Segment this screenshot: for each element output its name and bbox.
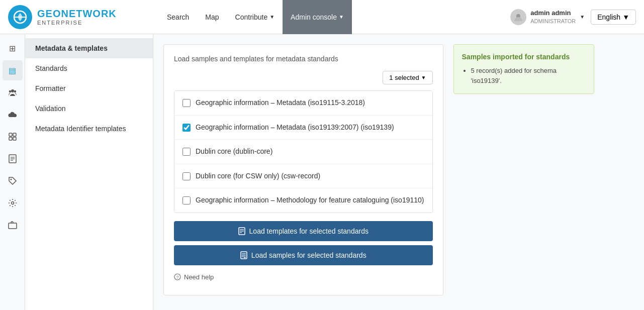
- sidebar-icon-metadata[interactable]: ▤: [3, 60, 23, 80]
- svg-rect-8: [9, 137, 12, 140]
- contribute-caret: ▼: [269, 14, 274, 20]
- standard-label-csw-record: Dublin core (for CSW only) (csw-record): [196, 171, 320, 181]
- checkbox-dublin-core[interactable]: [182, 148, 191, 156]
- nav-contribute[interactable]: Contribute ▼: [227, 0, 283, 34]
- logo-area: GEONETWORK ENTERPRISE: [8, 5, 159, 29]
- selected-caret: ▼: [421, 75, 426, 80]
- user-name-block: admin admin ADMINISTRATOR: [530, 9, 576, 25]
- load-samples-button[interactable]: Load samples for selected standards: [174, 245, 433, 265]
- content-panel: Load samples and templates for metadata …: [163, 44, 443, 295]
- sidebar-icon-briefcase[interactable]: [3, 215, 23, 235]
- header-right: admin admin ADMINISTRATOR ▼ English ▼: [510, 9, 636, 25]
- lang-caret: ▼: [622, 13, 629, 21]
- standard-item-iso19139[interactable]: Geographic information – Metadata (iso19…: [174, 116, 432, 140]
- file-template-icon: [238, 227, 245, 235]
- sidebar-icon-users[interactable]: [3, 82, 23, 102]
- logo-text: GEONETWORK ENTERPRISE: [37, 8, 117, 26]
- admin-caret: ▼: [339, 14, 344, 20]
- svg-rect-7: [13, 133, 16, 136]
- nav-admin-console[interactable]: Admin console ▼: [283, 0, 352, 34]
- nav-search[interactable]: Search: [159, 0, 197, 34]
- help-icon: ?: [174, 273, 181, 280]
- standard-label-iso19139: Geographic information – Metadata (iso19…: [196, 123, 394, 133]
- sidebar-item-metadata-templates[interactable]: Metadata & templates: [25, 38, 153, 58]
- svg-point-14: [10, 179, 12, 180]
- sidebar-icon-settings[interactable]: [3, 193, 23, 213]
- language-selector[interactable]: English ▼: [591, 10, 636, 25]
- right-panel: Samples imported for standards 5 record(…: [453, 44, 594, 295]
- svg-point-3: [11, 89, 14, 92]
- checkbox-iso19110[interactable]: [182, 196, 191, 204]
- file-samples-icon: [240, 251, 247, 259]
- svg-rect-6: [9, 133, 12, 136]
- layout: ⊞ ▤ Metadata & templates Standards Forma…: [0, 34, 644, 310]
- sidebar-icon-dashboard[interactable]: ⊞: [3, 38, 23, 58]
- content-flex: Load samples and templates for metadata …: [163, 44, 634, 295]
- svg-rect-16: [9, 223, 17, 229]
- need-help-button[interactable]: ? Need help: [174, 269, 214, 285]
- sidebar-item-standards[interactable]: Standards: [25, 58, 153, 78]
- standard-label-iso19115: Geographic information – Metadata (iso19…: [196, 98, 365, 108]
- sidebar-icons: ⊞ ▤: [0, 34, 25, 310]
- svg-point-5: [14, 90, 16, 92]
- standard-item-dublin-core[interactable]: Dublin core (dublin-core): [174, 140, 432, 164]
- nav-map[interactable]: Map: [197, 0, 227, 34]
- standard-item-iso19110[interactable]: Geographic information – Methodology for…: [174, 188, 432, 213]
- svg-point-4: [9, 90, 11, 92]
- action-buttons: Load templates for selected standards Lo…: [174, 221, 433, 265]
- panel-title: Load samples and templates for metadata …: [174, 55, 433, 63]
- svg-rect-9: [13, 137, 16, 140]
- standard-label-iso19110: Geographic information – Methodology for…: [196, 195, 424, 205]
- sidebar-nav: Metadata & templates Standards Formatter…: [25, 34, 153, 310]
- main-nav: Search Map Contribute ▼ Admin console ▼: [159, 0, 510, 34]
- info-box: Samples imported for standards 5 record(…: [453, 44, 594, 94]
- info-box-title: Samples imported for standards: [462, 53, 586, 61]
- logo-title: GEONETWORK: [37, 8, 117, 20]
- svg-point-15: [11, 202, 14, 204]
- sidebar-icon-doc[interactable]: [3, 149, 23, 169]
- sidebar-item-metadata-id-templates[interactable]: Metadata Identifier templates: [25, 119, 153, 139]
- header: GEONETWORK ENTERPRISE Search Map Contrib…: [0, 0, 644, 34]
- logo-icon: [8, 5, 32, 29]
- standard-item-iso19115[interactable]: Geographic information – Metadata (iso19…: [174, 91, 432, 116]
- sidebar-icon-puzzle[interactable]: [3, 127, 23, 147]
- selection-header: 1 selected ▼: [174, 71, 433, 84]
- checkbox-iso19115[interactable]: [182, 99, 191, 107]
- user-menu[interactable]: admin admin ADMINISTRATOR ▼: [510, 9, 585, 25]
- sidebar-item-validation[interactable]: Validation: [25, 98, 153, 119]
- checkbox-csw-record[interactable]: [182, 172, 191, 180]
- user-caret-icon: ▼: [580, 14, 585, 20]
- avatar: [510, 9, 526, 25]
- selected-dropdown[interactable]: 1 selected ▼: [383, 71, 432, 84]
- standard-label-dublin-core: Dublin core (dublin-core): [196, 147, 272, 157]
- main-content: Load samples and templates for metadata …: [153, 34, 644, 310]
- sidebar-item-formatter[interactable]: Formatter: [25, 78, 153, 98]
- standards-list: Geographic information – Metadata (iso19…: [174, 90, 433, 213]
- info-box-list: 5 record(s) added for schema 'iso19139'.: [462, 66, 586, 85]
- standard-item-csw-record[interactable]: Dublin core (for CSW only) (csw-record): [174, 164, 432, 189]
- svg-text:?: ?: [176, 275, 178, 280]
- info-box-message: 5 record(s) added for schema 'iso19139'.: [471, 66, 586, 85]
- sidebar-icon-tag[interactable]: [3, 171, 23, 191]
- logo-subtitle: ENTERPRISE: [37, 20, 117, 26]
- sidebar-icon-cloud[interactable]: [3, 105, 23, 125]
- checkbox-iso19139[interactable]: [182, 124, 191, 132]
- load-templates-button[interactable]: Load templates for selected standards: [174, 221, 433, 241]
